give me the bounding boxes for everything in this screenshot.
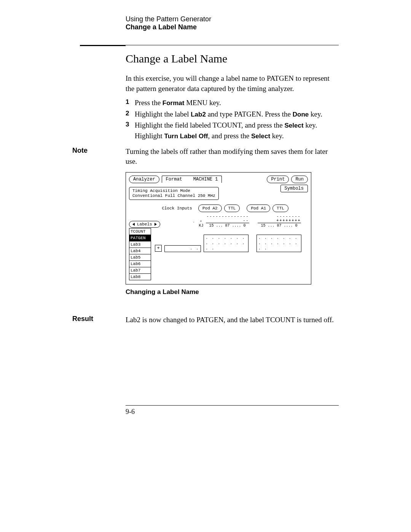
polarity-cell[interactable]: + [155, 245, 162, 252]
section-title: Change a Label Name [126, 52, 339, 65]
step-number: 1 [126, 97, 129, 107]
ticks-a2: ---------------- [206, 214, 249, 223]
rule-top [126, 45, 339, 45]
mode-line2: Conventional Full Channel 250 MHz [132, 193, 215, 198]
result-label: Result [72, 315, 126, 325]
step-2-text-a: Highlight the label [135, 110, 191, 118]
note-text: Turning the labels off rather than modif… [126, 147, 339, 167]
format-tab-label: Format [166, 177, 182, 182]
print-button[interactable]: Print [267, 176, 289, 183]
result-block: Result Lab2 is now changed to PATGEN, an… [126, 315, 339, 325]
label-cell-tcount[interactable]: TCOUNT [129, 228, 151, 235]
manual-page: Using the Pattern Generator Change a Lab… [0, 0, 411, 532]
pod-a2-scale: ---------------- 15 ... 87 .... 0 [206, 214, 249, 228]
keyword-done: Done [293, 111, 309, 118]
label-cell-lab8[interactable]: Lab8 [129, 273, 151, 280]
patgen-data-row: + . . . . . . . . . . . . . . . . . . . … [155, 228, 301, 252]
label-cell-lab6[interactable]: Lab6 [129, 260, 151, 267]
step-number: 2 [126, 109, 129, 118]
step-number: 3 [126, 120, 129, 129]
pod-a1-assign-strip[interactable]: . . . . . . . . . . . . . . . . [256, 235, 301, 252]
label-cell-patgen[interactable]: PATGEN [129, 235, 151, 241]
pod-a1-button[interactable]: Pod A1 [247, 204, 270, 212]
body-column: Change a Label Name In this exercise, yo… [126, 45, 339, 406]
result-text: Lab2 is now changed to PATGEN, and the l… [126, 315, 339, 325]
pod-a2-assign-strip[interactable]: . . . . . . . . . . . . . . . . [204, 235, 249, 252]
label-grid: TCOUNT PATGEN Lab3 Lab4 Lab5 Lab6 Lab7 L… [129, 228, 308, 280]
label-name-column: TCOUNT PATGEN Lab3 Lab4 Lab5 Lab6 Lab7 L… [129, 228, 151, 280]
rule-left-stub [80, 45, 126, 46]
machine-name: MACHINE 1 [193, 177, 218, 182]
step-1-text-a: Press the [135, 99, 162, 107]
step-1: 1 Press the Format MENU key. [126, 97, 339, 108]
label-cell-lab4[interactable]: Lab4 [129, 248, 151, 254]
keyword-select-2: Select [251, 133, 270, 140]
chevron-right-icon [155, 223, 157, 226]
label-cell-lab5[interactable]: Lab5 [129, 254, 151, 261]
page-number: 9-6 [126, 408, 339, 416]
kj-label: KJ [162, 224, 204, 228]
format-tab[interactable]: Format MACHINE 1 [162, 176, 222, 183]
intro-paragraph: In this exercise, you will change a labe… [126, 73, 339, 94]
keyword-turn-label-off: Turn Label Off [164, 133, 208, 140]
symbols-button[interactable]: Symbols [280, 185, 308, 192]
step-3-text-e: , and press the [208, 132, 251, 140]
mode-line1: Timing Acquisition Mode [132, 189, 215, 193]
keyword-lab2: Lab2 [191, 111, 206, 118]
step-list: 1 Press the Format MENU key. 2 Highlight… [126, 97, 339, 141]
clock-inputs-label: Clock Inputs [158, 206, 196, 211]
step-2: 2 Highlight the label Lab2 and type PATG… [126, 109, 339, 120]
scale-a1: 15 ... 87 .... 0 [258, 223, 301, 228]
footer-rule [126, 405, 339, 406]
screen-top-row: Analyzer Format MACHINE 1 Print Run [129, 176, 308, 183]
step-3-text-g: key. [270, 132, 284, 140]
keyword-format: Format [162, 99, 185, 107]
running-head: Using the Pattern Generator Change a Lab… [126, 15, 339, 31]
label-cell-lab3[interactable]: Lab3 [129, 241, 151, 248]
kj-column: . + KJ [162, 220, 204, 228]
instrument-screen: Analyzer Format MACHINE 1 Print Run Timi… [126, 172, 311, 284]
ttl-a2-button[interactable]: TTL [224, 204, 240, 212]
chevron-left-icon [132, 223, 135, 226]
step-3-text-a: Highlight the field labeled TCOUNT, and … [135, 121, 284, 129]
run-button[interactable]: Run [291, 176, 308, 183]
step-3: 3 Highlight the field labeled TCOUNT, an… [126, 120, 339, 141]
ttl-a1-button[interactable]: TTL [272, 204, 288, 212]
clock-assign-strip[interactable]: . . [164, 245, 201, 252]
instrument-screenshot: Analyzer Format MACHINE 1 Print Run Timi… [126, 172, 339, 296]
running-head-section: Change a Label Name [126, 23, 339, 31]
labels-text: Labels [137, 222, 152, 227]
screen-mode-row: Timing Acquisition Mode Conventional Ful… [129, 185, 308, 200]
running-head-chapter: Using the Pattern Generator [126, 15, 339, 23]
labels-and-scale-row: Labels . + KJ ---------------- 15 ... 87… [129, 214, 308, 228]
label-cell-lab7[interactable]: Lab7 [129, 267, 151, 274]
note-block: Note Turning the labels off rather than … [126, 147, 339, 167]
step-2-text-e: key. [309, 110, 322, 118]
figure-caption: Changing a Label Name [126, 288, 339, 296]
scale-a2: 15 ... 87 .... 0 [206, 223, 249, 228]
note-label: Note [72, 147, 126, 167]
keyword-select-1: Select [284, 122, 303, 129]
analyzer-button[interactable]: Analyzer [129, 176, 159, 183]
ticks-a1: --------++++++++ [258, 214, 301, 223]
acquisition-mode-box[interactable]: Timing Acquisition Mode Conventional Ful… [129, 187, 219, 200]
step-2-text-c: and type PATGEN. Press the [206, 110, 293, 118]
pod-a1-scale: --------++++++++ 15 ... 87 .... 0 [258, 214, 301, 228]
labels-scroll-button[interactable]: Labels [129, 221, 160, 228]
step-1-text-c: MENU key. [184, 99, 221, 107]
pod-a2-button[interactable]: Pod A2 [198, 204, 222, 212]
pod-header-row: Clock Inputs Pod A2 TTL Pod A1 TTL [129, 204, 308, 212]
